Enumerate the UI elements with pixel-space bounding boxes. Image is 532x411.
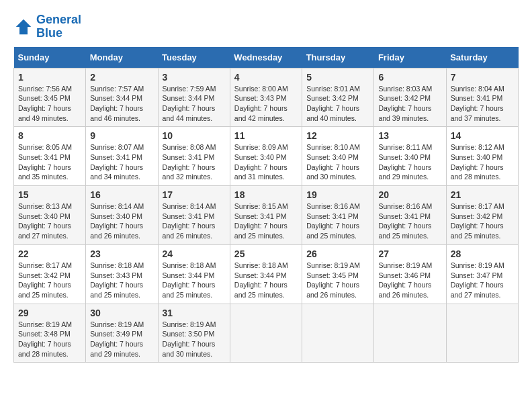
calendar-cell: 25 Sunrise: 8:18 AMSunset: 3:44 PMDaylig… — [230, 244, 302, 304]
calendar-cell: 27 Sunrise: 8:19 AMSunset: 3:46 PMDaylig… — [374, 244, 446, 304]
day-number: 11 — [234, 130, 298, 141]
logo: General Blue — [13, 13, 81, 40]
calendar-cell: 9 Sunrise: 8:07 AMSunset: 3:41 PMDayligh… — [86, 127, 158, 186]
day-number: 13 — [378, 130, 441, 141]
day-info: Sunrise: 8:17 AMSunset: 3:42 PMDaylight:… — [18, 261, 81, 300]
day-info: Sunrise: 7:59 AMSunset: 3:44 PMDaylight:… — [163, 84, 226, 124]
day-number: 17 — [163, 189, 226, 200]
day-number: 10 — [163, 130, 226, 141]
header-monday: Monday — [86, 47, 158, 68]
day-number: 24 — [163, 248, 226, 259]
day-info: Sunrise: 8:18 AMSunset: 3:43 PMDaylight:… — [90, 261, 153, 300]
day-info: Sunrise: 8:12 AMSunset: 3:40 PMDaylight:… — [451, 142, 514, 182]
day-info: Sunrise: 8:00 AMSunset: 3:43 PMDaylight:… — [234, 84, 298, 124]
calendar-week-5: 29 Sunrise: 8:19 AMSunset: 3:48 PMDaylig… — [14, 304, 519, 363]
day-number: 4 — [234, 72, 298, 83]
calendar-cell: 5 Sunrise: 8:01 AMSunset: 3:42 PMDayligh… — [302, 68, 374, 127]
day-number: 8 — [18, 130, 81, 141]
calendar-cell: 31 Sunrise: 8:19 AMSunset: 3:50 PMDaylig… — [158, 304, 230, 363]
calendar-cell: 15 Sunrise: 8:13 AMSunset: 3:40 PMDaylig… — [14, 186, 86, 245]
calendar-cell: 26 Sunrise: 8:19 AMSunset: 3:45 PMDaylig… — [302, 244, 374, 304]
calendar-cell — [230, 304, 302, 363]
calendar-week-1: 1 Sunrise: 7:56 AMSunset: 3:45 PMDayligh… — [14, 68, 519, 127]
header-thursday: Thursday — [302, 47, 374, 68]
day-info: Sunrise: 8:19 AMSunset: 3:45 PMDaylight:… — [306, 261, 369, 300]
calendar-cell — [302, 304, 374, 363]
day-number: 26 — [306, 248, 369, 259]
day-info: Sunrise: 8:15 AMSunset: 3:41 PMDaylight:… — [234, 201, 298, 241]
day-info: Sunrise: 8:08 AMSunset: 3:41 PMDaylight:… — [163, 142, 226, 182]
calendar-cell: 7 Sunrise: 8:04 AMSunset: 3:41 PMDayligh… — [446, 68, 518, 127]
day-number: 30 — [90, 308, 153, 318]
day-info: Sunrise: 8:19 AMSunset: 3:50 PMDaylight:… — [163, 320, 226, 359]
day-number: 23 — [90, 248, 153, 259]
calendar-cell: 20 Sunrise: 8:16 AMSunset: 3:41 PMDaylig… — [374, 186, 446, 245]
calendar-cell: 16 Sunrise: 8:14 AMSunset: 3:40 PMDaylig… — [86, 186, 158, 245]
day-number: 28 — [451, 248, 514, 259]
calendar-cell — [374, 304, 446, 363]
calendar-cell: 3 Sunrise: 7:59 AMSunset: 3:44 PMDayligh… — [158, 68, 230, 127]
day-info: Sunrise: 8:19 AMSunset: 3:47 PMDaylight:… — [451, 261, 514, 300]
calendar-cell — [446, 304, 518, 363]
calendar-cell: 22 Sunrise: 8:17 AMSunset: 3:42 PMDaylig… — [14, 244, 86, 304]
header-wednesday: Wednesday — [230, 47, 302, 68]
calendar-header-row: SundayMondayTuesdayWednesdayThursdayFrid… — [14, 47, 519, 68]
calendar-cell: 19 Sunrise: 8:16 AMSunset: 3:41 PMDaylig… — [302, 186, 374, 245]
calendar-table: SundayMondayTuesdayWednesdayThursdayFrid… — [13, 47, 519, 363]
calendar-cell: 23 Sunrise: 8:18 AMSunset: 3:43 PMDaylig… — [86, 244, 158, 304]
day-number: 2 — [90, 72, 153, 83]
day-number: 6 — [378, 72, 441, 83]
calendar-cell: 12 Sunrise: 8:10 AMSunset: 3:40 PMDaylig… — [302, 127, 374, 186]
calendar-cell: 14 Sunrise: 8:12 AMSunset: 3:40 PMDaylig… — [446, 127, 518, 186]
day-info: Sunrise: 7:57 AMSunset: 3:44 PMDaylight:… — [90, 84, 153, 124]
day-info: Sunrise: 8:13 AMSunset: 3:40 PMDaylight:… — [18, 201, 81, 241]
calendar-cell: 24 Sunrise: 8:18 AMSunset: 3:44 PMDaylig… — [158, 244, 230, 304]
day-number: 12 — [306, 130, 369, 141]
day-number: 27 — [378, 248, 441, 259]
day-info: Sunrise: 8:01 AMSunset: 3:42 PMDaylight:… — [306, 84, 369, 124]
day-number: 18 — [234, 189, 298, 200]
calendar-cell: 29 Sunrise: 8:19 AMSunset: 3:48 PMDaylig… — [14, 304, 86, 363]
calendar-week-4: 22 Sunrise: 8:17 AMSunset: 3:42 PMDaylig… — [14, 244, 519, 304]
day-info: Sunrise: 8:14 AMSunset: 3:40 PMDaylight:… — [90, 201, 153, 241]
day-info: Sunrise: 8:14 AMSunset: 3:41 PMDaylight:… — [163, 201, 226, 241]
calendar-cell: 8 Sunrise: 8:05 AMSunset: 3:41 PMDayligh… — [14, 127, 86, 186]
day-number: 14 — [451, 130, 514, 141]
day-info: Sunrise: 8:10 AMSunset: 3:40 PMDaylight:… — [306, 142, 369, 182]
calendar-week-3: 15 Sunrise: 8:13 AMSunset: 3:40 PMDaylig… — [14, 186, 519, 245]
day-info: Sunrise: 8:09 AMSunset: 3:40 PMDaylight:… — [234, 142, 298, 182]
day-info: Sunrise: 8:19 AMSunset: 3:46 PMDaylight:… — [378, 261, 441, 300]
calendar-cell: 18 Sunrise: 8:15 AMSunset: 3:41 PMDaylig… — [230, 186, 302, 245]
day-number: 15 — [18, 189, 81, 200]
calendar-cell: 1 Sunrise: 7:56 AMSunset: 3:45 PMDayligh… — [14, 68, 86, 127]
day-number: 19 — [306, 189, 369, 200]
calendar-cell: 21 Sunrise: 8:17 AMSunset: 3:42 PMDaylig… — [446, 186, 518, 245]
day-number: 20 — [378, 189, 441, 200]
calendar-cell: 13 Sunrise: 8:11 AMSunset: 3:40 PMDaylig… — [374, 127, 446, 186]
day-number: 22 — [18, 248, 81, 259]
day-info: Sunrise: 8:05 AMSunset: 3:41 PMDaylight:… — [18, 142, 81, 182]
day-number: 25 — [234, 248, 298, 259]
calendar-week-2: 8 Sunrise: 8:05 AMSunset: 3:41 PMDayligh… — [14, 127, 519, 186]
calendar-cell: 30 Sunrise: 8:19 AMSunset: 3:49 PMDaylig… — [86, 304, 158, 363]
header-tuesday: Tuesday — [158, 47, 230, 68]
day-number: 9 — [90, 130, 153, 141]
calendar-cell: 6 Sunrise: 8:03 AMSunset: 3:42 PMDayligh… — [374, 68, 446, 127]
day-number: 3 — [163, 72, 226, 83]
day-info: Sunrise: 8:18 AMSunset: 3:44 PMDaylight:… — [163, 261, 226, 300]
logo-icon — [13, 17, 34, 37]
calendar-cell: 10 Sunrise: 8:08 AMSunset: 3:41 PMDaylig… — [158, 127, 230, 186]
calendar-cell: 17 Sunrise: 8:14 AMSunset: 3:41 PMDaylig… — [158, 186, 230, 245]
day-info: Sunrise: 8:19 AMSunset: 3:48 PMDaylight:… — [18, 320, 81, 359]
day-info: Sunrise: 8:03 AMSunset: 3:42 PMDaylight:… — [378, 84, 441, 124]
calendar-cell: 2 Sunrise: 7:57 AMSunset: 3:44 PMDayligh… — [86, 68, 158, 127]
calendar-cell: 28 Sunrise: 8:19 AMSunset: 3:47 PMDaylig… — [446, 244, 518, 304]
day-info: Sunrise: 8:16 AMSunset: 3:41 PMDaylight:… — [378, 201, 441, 241]
day-info: Sunrise: 8:07 AMSunset: 3:41 PMDaylight:… — [90, 142, 153, 182]
day-info: Sunrise: 8:04 AMSunset: 3:41 PMDaylight:… — [451, 84, 514, 124]
day-info: Sunrise: 8:19 AMSunset: 3:49 PMDaylight:… — [90, 320, 153, 359]
day-info: Sunrise: 8:17 AMSunset: 3:42 PMDaylight:… — [451, 201, 514, 241]
day-number: 21 — [451, 189, 514, 200]
day-number: 1 — [18, 72, 81, 83]
header-saturday: Saturday — [446, 47, 518, 68]
